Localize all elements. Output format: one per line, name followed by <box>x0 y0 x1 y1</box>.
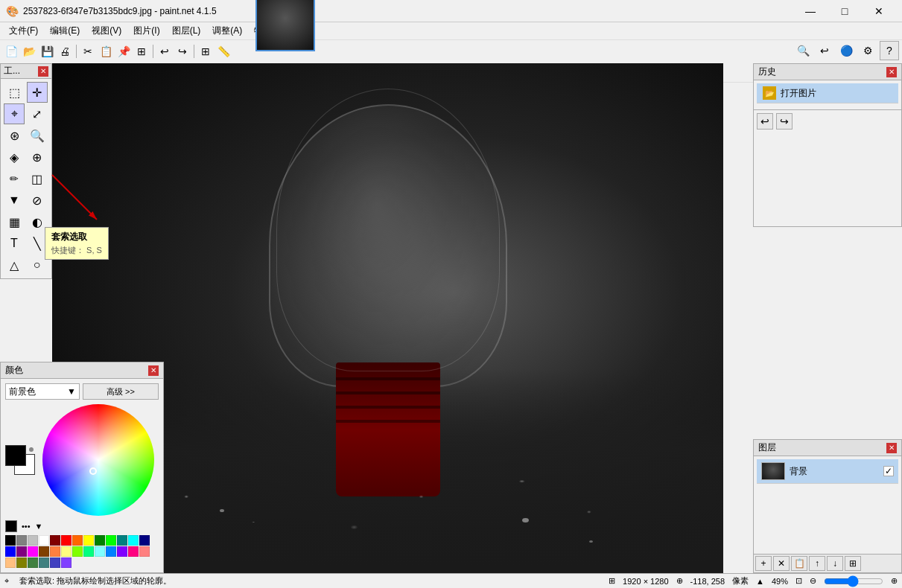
tool-brush[interactable]: ⊘ <box>27 190 48 211</box>
tool-clone[interactable]: ⊕ <box>27 147 48 167</box>
menu-adjustments[interactable]: 调整(A) <box>206 23 248 39</box>
palette-maroon[interactable] <box>50 535 60 546</box>
menu-view[interactable]: 视图(V) <box>86 23 127 39</box>
history-close-button[interactable]: ✕ <box>886 67 897 77</box>
grid-button[interactable]: ⊞ <box>197 43 214 60</box>
layers-close-button[interactable]: ✕ <box>886 443 897 453</box>
tool-rectangle-select[interactable]: ⬚ <box>4 82 25 103</box>
help-button[interactable]: ? <box>880 41 899 60</box>
new-button[interactable]: 📄 <box>3 43 19 60</box>
close-button[interactable]: ✕ <box>862 0 896 22</box>
palette-light-cyan[interactable] <box>95 546 105 557</box>
add-layer-button[interactable]: + <box>755 556 772 571</box>
undo-button[interactable]: ↩ <box>156 43 173 60</box>
history-redo-button[interactable]: ↪ <box>776 113 793 130</box>
ruler-button[interactable]: 📏 <box>215 43 232 60</box>
menu-layers[interactable]: 图层(L) <box>166 23 207 39</box>
image-tab[interactable] <box>255 0 315 51</box>
palette-purple[interactable] <box>16 546 27 557</box>
palette-olive[interactable] <box>16 557 27 568</box>
copy-button[interactable]: 📋 <box>98 43 114 60</box>
palette-black[interactable] <box>5 535 16 546</box>
color-mode-dropdown[interactable]: 前景色 ▼ <box>5 383 80 400</box>
delete-layer-button[interactable]: ✕ <box>773 556 790 571</box>
palette-dark-green[interactable] <box>28 557 38 568</box>
cut-button[interactable]: ✂ <box>80 43 96 60</box>
tool-text[interactable]: T <box>4 233 25 254</box>
palette-dark-teal[interactable] <box>39 557 49 568</box>
paste-button[interactable]: 📌 <box>115 43 132 60</box>
palette-cyan[interactable] <box>128 535 139 546</box>
history-nav-button[interactable]: ↩ <box>815 41 834 60</box>
foreground-color-swatch[interactable] <box>5 445 26 466</box>
layer-down-button[interactable]: ↓ <box>827 556 843 571</box>
menu-file[interactable]: 文件(F) <box>3 23 44 39</box>
palette-yellow[interactable] <box>83 535 94 546</box>
status-zoom-minus[interactable]: ⊖ <box>810 576 816 586</box>
colors-close-button[interactable]: ✕ <box>148 365 159 376</box>
minimize-button[interactable]: — <box>793 0 828 22</box>
settings-button[interactable]: ⚙ <box>858 41 877 60</box>
palette-pink[interactable] <box>139 546 150 557</box>
color-circle-button[interactable]: 🔵 <box>836 41 856 60</box>
palette-light-green[interactable] <box>72 546 83 557</box>
tool-eraser[interactable]: ◫ <box>27 168 48 189</box>
save-button[interactable]: 💾 <box>39 43 55 60</box>
palette-white[interactable] <box>39 535 49 546</box>
duplicate-layer-button[interactable]: 📋 <box>791 556 807 571</box>
palette-lavender[interactable] <box>61 557 72 568</box>
advanced-button[interactable]: 高级 >> <box>83 383 159 400</box>
palette-fuchsia[interactable] <box>28 546 38 557</box>
palette-navy[interactable] <box>139 535 150 546</box>
tool-color-picker[interactable]: ◈ <box>4 147 25 167</box>
tool-zoom[interactable]: 🔍 <box>27 125 48 146</box>
tool-line[interactable]: ╲ <box>27 233 48 254</box>
print-button[interactable]: 🖨 <box>57 43 73 60</box>
zoom-slider[interactable] <box>824 577 883 586</box>
palette-violet[interactable] <box>117 546 127 557</box>
redo-button[interactable]: ↪ <box>174 43 191 60</box>
toolbox-close-button[interactable]: ✕ <box>38 66 48 77</box>
magnifier-button[interactable]: 🔍 <box>793 41 813 60</box>
tool-gradient[interactable]: ▦ <box>4 211 25 232</box>
palette-light-orange[interactable] <box>50 546 60 557</box>
menu-edit[interactable]: 编辑(E) <box>44 23 86 39</box>
merge-layers-button[interactable]: ⊞ <box>845 556 861 571</box>
palette-mint[interactable] <box>83 546 94 557</box>
black-swatch[interactable] <box>5 520 17 532</box>
palette-rose[interactable] <box>128 546 139 557</box>
tool-shapes[interactable]: △ <box>4 255 25 275</box>
history-item-open[interactable]: 📂 打开图片 <box>757 83 898 103</box>
tool-ellipse[interactable]: ○ <box>27 255 48 275</box>
palette-orange[interactable] <box>72 535 83 546</box>
paste2-button[interactable]: ⊞ <box>133 43 150 60</box>
layer-background[interactable]: 背景 ✓ <box>757 459 898 484</box>
palette-periwinkle[interactable] <box>50 557 60 568</box>
palette-green[interactable] <box>95 535 105 546</box>
tool-bucket[interactable]: ▼ <box>4 190 25 211</box>
palette-peach[interactable] <box>5 557 16 568</box>
tool-lasso[interactable]: ⌖ <box>4 103 25 124</box>
palette-brown[interactable] <box>39 546 49 557</box>
maximize-button[interactable]: □ <box>828 0 862 22</box>
palette-silver[interactable] <box>28 535 38 546</box>
layer-visibility-checkbox[interactable]: ✓ <box>883 466 894 476</box>
layer-up-button[interactable]: ↑ <box>809 556 825 571</box>
color-wheel[interactable] <box>42 404 154 516</box>
tool-recolor[interactable]: ◐ <box>27 211 48 232</box>
history-undo-button[interactable]: ↩ <box>757 113 773 130</box>
open-button[interactable]: 📂 <box>21 43 37 60</box>
tool-magic-wand[interactable]: ⊛ <box>4 125 25 146</box>
tool-move-selection[interactable]: ⤢ <box>27 103 48 124</box>
palette-teal[interactable] <box>117 535 127 546</box>
palette-light-yellow[interactable] <box>61 546 72 557</box>
tool-move[interactable]: ✛ <box>27 82 48 103</box>
menu-image[interactable]: 图片(I) <box>127 23 165 39</box>
tool-pencil[interactable]: ✏ <box>4 168 25 189</box>
palette-red[interactable] <box>61 535 72 546</box>
palette-cornflower[interactable] <box>106 546 116 557</box>
palette-blue[interactable] <box>5 546 16 557</box>
palette-gray[interactable] <box>16 535 27 546</box>
palette-lime[interactable] <box>106 535 116 546</box>
status-zoom-plus[interactable]: ⊕ <box>891 576 898 586</box>
